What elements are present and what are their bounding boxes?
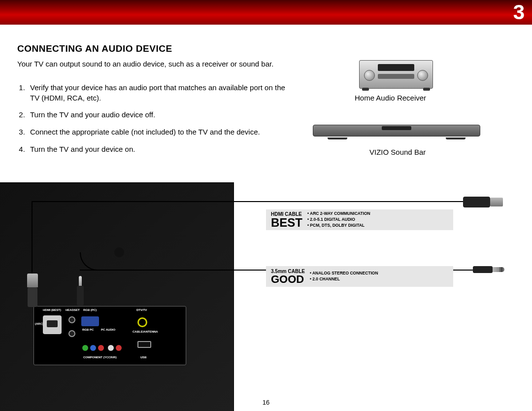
manual-page: 3 CONNECTING AN AUDIO DEVICE Your TV can… xyxy=(0,0,532,411)
hdmi-rating: BEST xyxy=(271,217,302,229)
aux-info-box: 3.5mm CABLE GOOD ANALOG STEREO CONNECTIO… xyxy=(266,266,453,287)
hdmi-connector-tv-icon xyxy=(27,274,38,310)
rca-l-icon xyxy=(108,345,114,351)
hdmi-cable-wire-v xyxy=(32,201,33,275)
headset-jack-icon xyxy=(68,316,75,323)
step-2: Turn the TV and your audio device off. xyxy=(27,110,288,120)
receiver-illustration xyxy=(359,55,433,89)
chapter-number: 3 xyxy=(513,0,525,25)
step-3: Connect the appropriate cable (not inclu… xyxy=(27,127,288,137)
soundbar-illustration xyxy=(313,121,480,139)
port-label-arc: (ARC) xyxy=(35,322,43,325)
port-label-cable: CABLE/ANTENNA xyxy=(133,330,158,333)
hdmi-feature: PCM, DTS, DOLBY DIGITAL xyxy=(307,223,370,229)
aux-feature-list: ANALOG STEREO CONNECTION 2.0 CHANNEL xyxy=(310,269,383,284)
soundbar-label: VIZIO Sound Bar xyxy=(369,148,426,156)
usb-port-icon xyxy=(137,341,151,348)
intro-paragraph: Your TV can output sound to an audio dev… xyxy=(17,59,278,69)
step-4: Turn the TV and your device on. xyxy=(27,144,288,155)
rca-y-icon xyxy=(82,345,88,351)
aux-connector-device-icon xyxy=(473,264,507,275)
rca-pr-icon xyxy=(98,345,104,351)
aux-connector-tv-icon xyxy=(77,276,84,310)
step-1: Verify that your device has an audio por… xyxy=(27,83,288,103)
rca-r-icon xyxy=(116,345,122,351)
aux-jack-icon xyxy=(68,330,75,337)
port-panel: HDMI (BEST) (ARC) HEADSET RGB (PC) DTV/T… xyxy=(33,306,186,365)
hdmi-feature: ARC 2-WAY COMMUNICATION xyxy=(307,211,370,217)
page-number: 16 xyxy=(263,399,269,406)
vga-port-icon xyxy=(81,316,99,326)
port-label-hdmi: HDMI (BEST) xyxy=(43,308,61,311)
hdmi-cable-wire xyxy=(32,201,463,202)
port-label-dtv: DTV/TV xyxy=(136,308,147,311)
chapter-header-bar: 3 xyxy=(0,0,532,25)
port-label-component: COMPONENT (YCCR/R) xyxy=(83,356,117,359)
port-label-rgbpc: RGB PC xyxy=(82,328,94,331)
aux-feature: ANALOG STEREO CONNECTION xyxy=(310,271,378,276)
coax-port-icon xyxy=(137,317,147,327)
hdmi-connector-device-icon xyxy=(463,195,507,209)
hdmi-info-box: HDMI CABLE BEST ARC 2-WAY COMMUNICATION … xyxy=(266,209,453,230)
hdmi-feature-list: ARC 2-WAY COMMUNICATION 2.0-5.1 DIGITAL … xyxy=(307,209,375,231)
rca-pb-icon xyxy=(90,345,96,351)
aux-feature: 2.0 CHANNEL xyxy=(310,276,378,282)
port-label-usb: USB xyxy=(140,356,147,359)
port-label-pcaudio: PC AUDIO xyxy=(101,328,115,331)
aux-cable-ferrite-icon xyxy=(114,247,124,257)
instruction-list: Verify that your device has an audio por… xyxy=(27,83,288,161)
port-label-rgb: RGB (PC) xyxy=(83,308,97,311)
hdmi-port-icon xyxy=(43,315,62,334)
hdmi-feature: 2.0-5.1 DIGITAL AUDIO xyxy=(307,217,370,223)
aux-rating: GOOD xyxy=(271,274,305,285)
section-heading: CONNECTING AN AUDIO DEVICE xyxy=(17,43,172,54)
receiver-label: Home Audio Receiver xyxy=(355,94,426,102)
